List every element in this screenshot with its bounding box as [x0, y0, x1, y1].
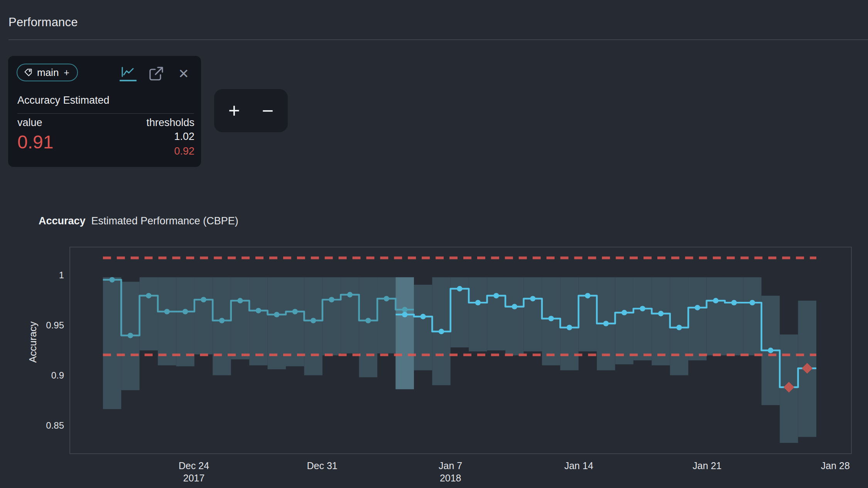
analysis-confidence-band	[615, 277, 633, 364]
x-tick-label: Jan 21	[676, 460, 738, 471]
y-tick-label: 0.95	[22, 320, 64, 331]
analysis-point-marker	[676, 325, 682, 330]
line-chart-icon[interactable]	[119, 65, 137, 82]
analysis-point-marker	[567, 325, 572, 330]
analysis-confidence-band	[560, 277, 578, 370]
analysis-point-marker	[640, 306, 645, 311]
chart-title-rest: Estimated Performance (CBPE)	[91, 215, 238, 227]
y-tick-label: 0.9	[22, 370, 64, 381]
reference-point-marker	[274, 312, 279, 317]
analysis-point-marker	[530, 296, 535, 301]
add-tag-button[interactable]: +	[64, 67, 69, 78]
reference-confidence-band	[194, 277, 213, 354]
reference-point-marker	[365, 318, 371, 323]
analysis-point-marker	[585, 293, 590, 298]
tag-icon	[24, 68, 33, 77]
reference-point-marker	[128, 333, 133, 338]
metric-card: main + ✕ Accuracy Estimated value 0.91 t…	[8, 56, 201, 167]
analysis-point-marker	[750, 300, 755, 305]
add-button[interactable]: +	[221, 89, 248, 132]
analysis-point-marker	[658, 311, 664, 316]
analysis-confidence-band	[688, 277, 706, 360]
reference-point-marker	[201, 297, 206, 302]
threshold-upper-value: 1.02	[174, 131, 194, 143]
analysis-confidence-band	[579, 277, 597, 351]
analysis-point-marker	[731, 300, 737, 305]
analysis-confidence-band	[505, 277, 524, 355]
reference-confidence-band	[213, 277, 231, 375]
y-tick-label: 0.85	[22, 420, 64, 431]
analysis-point-marker	[713, 298, 718, 303]
chart-title: Accuracy Estimated Performance (CBPE)	[39, 215, 238, 227]
reference-confidence-band	[140, 277, 158, 350]
reference-confidence-band	[359, 277, 377, 377]
analysis-point-marker	[603, 321, 609, 326]
tag-pill-label: main	[37, 67, 59, 79]
analysis-confidence-band	[469, 277, 487, 351]
x-tick-label: Jan 7	[420, 460, 481, 471]
reference-confidence-band	[103, 277, 121, 409]
header-divider	[8, 39, 868, 40]
reference-point-marker	[347, 292, 353, 297]
analysis-point-marker	[548, 316, 554, 321]
page-title: Performance	[8, 15, 78, 29]
performance-plot[interactable]	[69, 247, 852, 454]
y-tick-label: 1	[22, 270, 64, 281]
remove-button[interactable]: −	[254, 89, 281, 132]
highlighted-chunk	[395, 277, 414, 389]
reference-point-marker	[146, 293, 151, 298]
reference-point-marker	[164, 309, 170, 314]
reference-point-marker	[219, 318, 225, 323]
reference-point-marker	[384, 296, 389, 301]
analysis-point-marker	[493, 293, 499, 298]
x-tick-year-label: 2017	[163, 473, 225, 484]
analysis-point-marker	[402, 312, 407, 317]
analysis-point-marker	[420, 314, 426, 319]
analysis-confidence-band	[524, 277, 542, 351]
analysis-point-marker	[475, 300, 481, 305]
reference-confidence-band	[304, 277, 322, 375]
analysis-confidence-band	[707, 277, 725, 355]
reference-point-marker	[182, 309, 188, 314]
external-link-icon[interactable]	[147, 65, 165, 82]
close-icon[interactable]: ✕	[175, 65, 193, 82]
value-label: value	[17, 117, 42, 129]
analysis-point-marker	[512, 304, 517, 309]
reference-point-marker	[402, 307, 407, 312]
reference-point-marker	[311, 318, 316, 323]
chart-title-metric: Accuracy	[39, 215, 86, 227]
x-tick-label: Jan 14	[548, 460, 610, 471]
reference-point-marker	[292, 309, 298, 314]
reference-confidence-band	[341, 277, 359, 353]
x-tick-year-label: 2018	[420, 473, 481, 484]
analysis-point-marker	[439, 329, 444, 334]
reference-confidence-band	[176, 277, 194, 366]
card-count-controls: + −	[214, 89, 288, 132]
card-divider	[17, 113, 194, 114]
x-tick-label: Dec 24	[163, 460, 225, 471]
analysis-point-marker	[768, 348, 773, 353]
reference-point-marker	[109, 277, 115, 283]
metric-value: 0.91	[17, 131, 53, 153]
reference-confidence-band	[323, 277, 341, 355]
tag-pill-main[interactable]: main +	[17, 64, 78, 81]
active-indicator	[120, 80, 137, 81]
reference-point-marker	[329, 297, 334, 302]
analysis-confidence-band	[414, 285, 432, 370]
reference-point-marker	[237, 298, 243, 303]
analysis-confidence-band	[743, 277, 761, 355]
thresholds-label: thresholds	[146, 117, 194, 129]
reference-point-marker	[256, 308, 261, 313]
analysis-point-marker	[457, 286, 462, 291]
x-tick-label: Jan 28	[804, 460, 866, 471]
analysis-confidence-band	[633, 277, 652, 360]
analysis-point-marker	[621, 310, 627, 315]
x-tick-label: Dec 31	[291, 460, 353, 471]
performance-chart-svg[interactable]	[70, 247, 851, 453]
threshold-lower-value: 0.92	[174, 145, 194, 157]
analysis-confidence-band	[725, 277, 743, 355]
analysis-confidence-band	[487, 277, 505, 350]
analysis-confidence-band	[652, 277, 670, 365]
analysis-point-marker	[695, 305, 700, 310]
reference-confidence-band	[249, 277, 267, 365]
